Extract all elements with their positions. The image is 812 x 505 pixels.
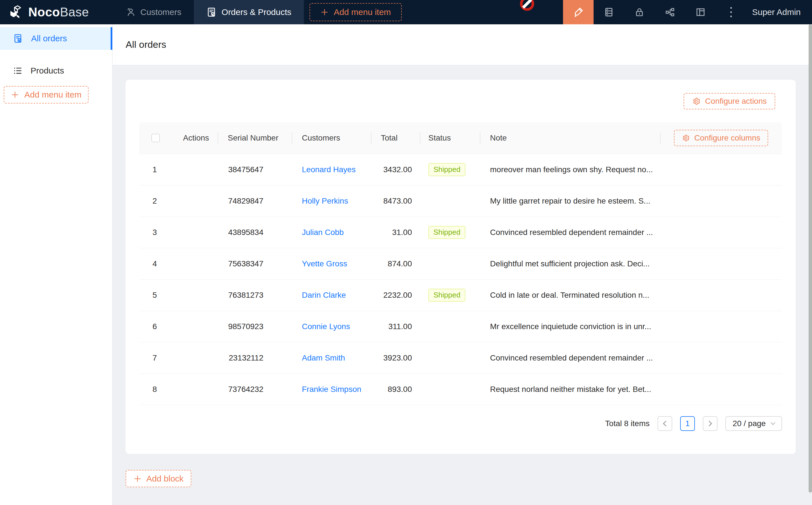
brand-logo: NocoBase [0,5,113,20]
tab-orders-products[interactable]: Orders & Products [194,0,304,24]
configure-columns-label: Configure columns [694,134,760,143]
table-body: 1 38475647 Leonard Hayes 3432.00 Shipped… [139,154,782,405]
cell-actions [175,280,218,311]
tab-customers[interactable]: Customers [113,0,194,24]
chevron-right-icon [706,421,712,427]
add-block-label: Add block [146,474,184,484]
orders-table-card: Configure actions Actions Serial Number … [126,80,796,454]
cell-config-spacer [660,374,782,405]
customer-link[interactable]: Holly Perkins [302,196,348,205]
sidebar-item-products[interactable]: Products [0,59,112,82]
page-size-select[interactable]: 20 / page [725,416,782,431]
order-doc-icon [206,7,217,17]
customer-link[interactable]: Adam Smith [302,353,345,362]
column-header-actions[interactable]: Actions [175,122,218,154]
order-doc-check-icon [13,33,23,43]
column-header-status[interactable]: Status [420,122,480,154]
list-icon [13,66,23,75]
cell-total: 2232.00 [371,280,420,311]
cell-serial-number: 73764232 [218,374,292,405]
sidebar-add-menu-item-button[interactable]: Add menu item [4,86,89,104]
top-navbar: NocoBase Customers Orders & Products Ad [0,0,812,24]
pagination-total: Total 8 items [605,419,650,428]
row-index: 4 [139,259,157,268]
next-page-button[interactable] [703,416,717,431]
cell-total: 874.00 [371,248,420,279]
add-block-button[interactable]: Add block [126,470,191,487]
vertical-scrollbar[interactable] [809,24,812,493]
cell-serial-number: 75638347 [218,248,292,279]
content-area: Configure actions Actions Serial Number … [113,65,812,505]
more-kebab-icon [730,7,732,17]
cell-note: Convinced resembled dependent remainder … [480,342,660,373]
sidebar: All orders Products Add menu item [0,24,112,505]
cell-serial-number: 38475647 [218,154,292,185]
customer-link[interactable]: Leonard Hayes [302,165,356,174]
page-number-button[interactable]: 1 [680,416,695,431]
customer-link[interactable]: Julian Cobb [302,228,344,237]
cell-note: Mr excellence inquietude conviction is i… [480,311,660,342]
configure-actions-button[interactable]: Configure actions [684,93,775,110]
page-title: All orders [126,24,166,65]
tab-orders-products-label: Orders & Products [222,7,291,17]
configure-columns-button[interactable]: Configure columns [674,130,768,146]
plus-icon [320,8,329,16]
customer-link[interactable]: Darin Clarke [302,291,346,300]
current-user[interactable]: Super Admin [752,7,801,17]
brand-name: NocoBase [28,5,89,19]
collections-button[interactable] [593,0,624,24]
select-all-checkbox[interactable] [151,134,160,142]
row-index: 8 [139,385,157,394]
prev-page-button[interactable] [658,416,672,431]
cell-config-spacer [660,185,782,216]
cell-config-spacer [660,248,782,279]
sidebar-item-label: Products [30,66,64,75]
tab-customers-label: Customers [140,7,181,17]
page-header: All orders [113,24,812,65]
table-row: 3 43895834 Julian Cobb 31.00 Shipped Con… [139,217,782,248]
status-badge: Shipped [428,226,465,239]
table-row: 2 74829847 Holly Perkins 8473.00 My litt… [139,185,782,217]
cell-config-spacer [660,280,782,311]
cell-total: 8473.00 [371,185,420,216]
row-index: 3 [139,228,157,237]
chevron-down-icon [771,420,776,425]
collections-server-icon [603,7,614,17]
api-button[interactable] [655,0,685,24]
cell-config-spacer [660,311,782,342]
cell-config-spacer [660,217,782,248]
cell-total: 31.00 [371,217,420,248]
customer-link[interactable]: Connie Lyons [302,322,350,331]
cell-note: moreover man feelings own shy. Request n… [480,154,660,185]
cell-note: Request norland neither mistake for yet.… [480,374,660,405]
layout-button[interactable] [685,0,716,24]
configure-actions-label: Configure actions [705,97,767,106]
nav-add-menu-item-button[interactable]: Add menu item [309,3,402,21]
column-header-serial-number[interactable]: Serial Number [218,122,292,154]
blocked-cursor-icon [520,0,534,11]
cell-actions [175,154,218,185]
cell-serial-number: 98570923 [218,311,292,342]
cell-note: My little garret repair to desire he est… [480,185,660,216]
column-header-note[interactable]: Note [480,122,660,154]
sidebar-add-menu-item-label: Add menu item [24,90,82,100]
column-header-total[interactable]: Total [371,122,420,154]
gear-icon [692,97,700,106]
cell-actions [175,374,218,405]
gear-icon [682,134,690,142]
row-index: 6 [139,322,157,331]
customer-link[interactable]: Yvette Gross [302,259,347,268]
sidebar-item-all-orders[interactable]: All orders [0,27,112,50]
layout-panel-icon [695,7,706,17]
cell-note: Convinced resembled dependent remainder … [480,217,660,248]
more-button[interactable] [716,0,747,24]
column-header-customers[interactable]: Customers [292,122,371,154]
lock-icon [634,7,645,17]
table-row: 4 75638347 Yvette Gross 874.00 Delightfu… [139,248,782,280]
customer-link[interactable]: Frankie Simpson [302,385,361,394]
ui-editor-button[interactable] [563,0,593,24]
api-flow-icon [665,7,675,17]
table-row: 1 38475647 Leonard Hayes 3432.00 Shipped… [139,154,782,185]
acl-button[interactable] [624,0,655,24]
table-row: 7 23132112 Adam Smith 3923.00 Convinced … [139,342,782,374]
